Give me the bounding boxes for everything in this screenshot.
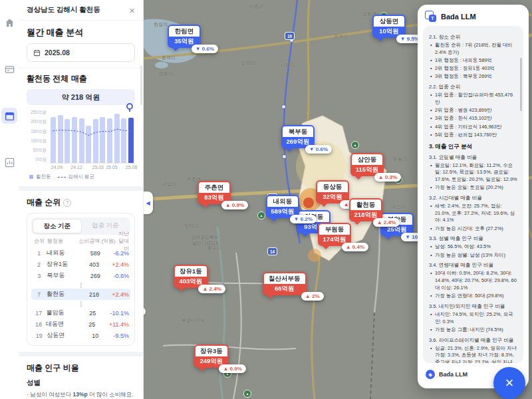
info-icon[interactable]: ? <box>63 199 71 207</box>
map-badge-hallim[interactable]: 한림면35억원▼ 0.6% <box>168 25 201 48</box>
chart-plot-area <box>49 111 135 164</box>
chart-x-axis: 24.0924.1225.0325.0525.08 <box>49 164 135 171</box>
icon-rail <box>0 0 19 399</box>
close-chat-button[interactable]: × <box>493 367 525 399</box>
llm-heading: 3.1. 요일별 매출 비율 <box>429 154 517 161</box>
llm-bullet: 3위 행정동 : 북부동 269억 <box>429 73 517 80</box>
gender-subtitle: 성별 <box>27 378 135 388</box>
map-badge-dongsang[interactable]: 동상동32억원▲ 1.1% <box>316 180 349 203</box>
map-place-label: 안곡리 <box>241 60 255 66</box>
gender-note: · 남성이 여성보다 13%p 더 많이 소비해요. <box>27 391 135 399</box>
chart-average-line <box>49 111 135 163</box>
map-badge-samandong[interactable]: 삼안동115억원▲ 0.3% <box>350 153 384 176</box>
map-place-label: 맹동리 <box>159 70 173 77</box>
map-place-label: 수안리 <box>392 203 406 210</box>
llm-heading: 3.4. 연령대별 매출 인구 비율 <box>429 262 517 269</box>
llm-bullet: 가장 높은 시간대: 오후 (27.2%) <box>429 225 517 233</box>
bada-llm-avatar: ◈ <box>426 370 435 379</box>
map-place-label: 시촌리 <box>249 3 263 10</box>
month-picker[interactable]: 2025.08 <box>27 43 135 62</box>
chart-y-axis: 250억원200억원150억원100억원50억원0억원 <box>27 111 47 163</box>
llm-bullet: 새벽: 2.4%, 오전: 25.7%, 점심: 21.0%, 오후: 27.2… <box>429 203 517 224</box>
llm-bullet: 4위 업종 : 기타요식 146,963만 <box>429 124 517 131</box>
table-row[interactable]: 3북부동269-0.6% <box>31 270 130 281</box>
llm-bullet: 가장 높은 연령대: 50대 (29.8%) <box>429 293 517 300</box>
table-row[interactable]: 17불암동25-10.1% <box>31 307 130 319</box>
mountain-poi-icon: ▲ <box>257 211 265 219</box>
panel-collapse-button[interactable]: ◀ <box>143 192 153 214</box>
llm-heading: 3.3. 성별 매출 인구 비율 <box>429 235 517 242</box>
section-band <box>19 352 143 356</box>
app-root: 경상남도 김해시 활천동 × 월간 매출 분석 2025.08 활천동 전체 매… <box>0 0 532 399</box>
card-icon[interactable] <box>1 61 17 77</box>
llm-panel: T Bada LLM 2.1. 장소 순위활천동 순위 : 7위 (218억, … <box>418 5 529 388</box>
map-badge-sangdong[interactable]: 상동면10억원▼ 9.5% <box>372 15 406 38</box>
map-place-label: 동수리 <box>207 245 221 251</box>
map-badge-juchon[interactable]: 주촌면83억원▲ 0.9% <box>198 181 231 204</box>
map-badge-chilsanseobu[interactable]: 칠산서부동66억원▲ 2% <box>263 272 307 295</box>
llm-response-body: 2.1. 장소 순위활천동 순위 : 7위 (218억, 전월 대비 2.4% … <box>429 34 517 363</box>
calendar-icon[interactable] <box>1 108 17 124</box>
total-sales-title: 활천동 전체 매출 <box>27 73 135 84</box>
table-row[interactable]: 19상동면10-9.5% <box>31 330 130 341</box>
total-sales-badge: 약 218 억원 <box>27 89 135 105</box>
analysis-panel: 경상남도 김해시 활천동 × 월간 매출 분석 2025.08 활천동 전체 매… <box>19 0 144 399</box>
map-place-label: 한림역 <box>154 21 168 28</box>
map-place-label: 무계리 <box>334 33 348 40</box>
map-place-label: 용덕리 <box>162 55 176 61</box>
table-row[interactable]: 2장유1동403+2.4% <box>31 259 130 270</box>
llm-bullet: 3위 업종 : 한식 415,102만 <box>429 115 517 122</box>
llm-heading: 3.2. 시간대별 매출 비율 <box>429 195 517 201</box>
bada-llm-logo-icon: T <box>425 11 436 22</box>
llm-bullet: 1위 업종 : 할인점/슈퍼마켓 453,476만 <box>429 92 517 106</box>
llm-bullet: 월요일: 12.1%, 화요일: 11.2%, 수요일: 12.5%, 목요일:… <box>429 162 517 184</box>
map-badge-buwon[interactable]: 부원동174억원▲ 0.4% <box>318 223 351 246</box>
mountain-poi-icon: ▲ <box>243 390 251 398</box>
table-row-highlighted[interactable]: 7활천동218+2.4% <box>31 289 130 300</box>
ellipsis-row <box>31 300 130 307</box>
chart-icon[interactable] <box>1 154 17 170</box>
llm-heading: 3.5. 내지인/외지인 매출 인구 비율 <box>429 303 517 310</box>
map-place-label: 주동리 <box>393 156 407 163</box>
llm-heading: 3. 매출 인구 분석 <box>429 143 517 151</box>
calendar-small-icon <box>33 49 41 57</box>
table-row[interactable]: 18대동면25+11.4% <box>31 319 130 330</box>
map-badge-jangyu3[interactable]: 장유3동249억원▲ 0.9% <box>194 344 229 368</box>
monthly-sales-chart: 250억원200억원150억원100억원50억원0억원 24.0924.1225… <box>27 111 135 180</box>
breadcrumb-region: 경상남도 김해시 활천동 <box>27 5 100 15</box>
llm-bullet: 싱글: 21.3%, 신혼: 2.9%, 영유아 자녀 가정: 3.3%, 초등… <box>429 345 517 363</box>
panel-scrollbar[interactable] <box>140 65 142 105</box>
chart-legend: 활천동 김해시 평균 <box>29 174 135 180</box>
map-place-label: 나전리 <box>281 62 295 68</box>
table-row[interactable]: 1내외동589-6.2% <box>31 247 130 259</box>
llm-bullet: 2위 행정동 : 장유1동 403억 <box>429 65 517 72</box>
map-place-label: 부영아파트 <box>182 317 205 324</box>
ranking-title: 매출 순위? <box>27 197 135 208</box>
page-title: 월간 매출 분석 <box>27 27 135 39</box>
llm-heading: 2.1. 장소 순위 <box>429 34 517 41</box>
close-icon[interactable]: × <box>129 5 135 15</box>
llm-bullet: 10대 이하: 0.5%, 20대: 8.2%, 30대: 14.8%, 40대… <box>429 270 517 291</box>
legend-swatch-dash <box>58 177 66 178</box>
map-badge-jangyu1[interactable]: 장유1동403억원▲ 2.4% <box>174 265 208 288</box>
home-icon[interactable] <box>1 15 17 31</box>
llm-bullet: 1위 행정동 : 내외동 589억 <box>429 57 517 65</box>
llm-response-bubble: 2.1. 장소 순위활천동 순위 : 7위 (218억, 전월 대비 2.4% … <box>423 26 523 363</box>
llm-scrollbar[interactable] <box>520 58 522 111</box>
table-header: 순위 행정동 소비금액 (억원) 지난달대비 <box>31 235 130 247</box>
legend-swatch-bar <box>29 175 33 179</box>
road-shield-icon: 10 <box>285 32 295 40</box>
llm-heading: 3.6. 라이프스테이지별 매출 인구 비율 <box>429 337 517 344</box>
llm-panel-title: Bada LLM <box>441 13 476 21</box>
road-shield-icon: 14 <box>267 247 277 255</box>
map-badge-hwalcheon[interactable]: 활천동218억원▲ 2.4% <box>349 198 382 221</box>
divider <box>19 68 143 68</box>
map-badge-naeoe[interactable]: 내외동589억원▼ 6.2% <box>266 195 299 218</box>
map-badge-bukbu[interactable]: 북부동269억원▼ 0.6% <box>281 125 315 148</box>
map-place-label: 망덕리 <box>184 223 198 229</box>
tab-by-place[interactable]: 장소 기준 <box>33 219 82 233</box>
chart-marker-pin <box>126 103 133 110</box>
demographics-title: 매출 인구 비율 <box>27 362 135 374</box>
ranking-card: 장소 기준 업종 기준 순위 행정동 소비금액 (억원) 지난달대비 1내외동5… <box>27 213 135 346</box>
month-picker-value: 2025.08 <box>45 49 70 57</box>
